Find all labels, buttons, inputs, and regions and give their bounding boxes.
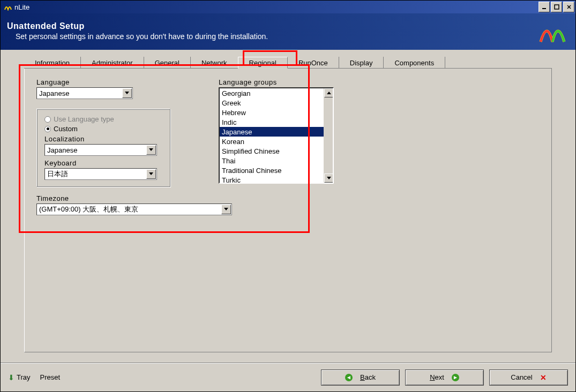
- close-button[interactable]: [563, 2, 574, 12]
- radio-label: Use Language type: [54, 115, 114, 123]
- app-icon: [4, 3, 12, 11]
- list-item[interactable]: Simplified Chinese: [220, 146, 333, 156]
- close-x-icon: ✕: [540, 373, 547, 382]
- tab-runonce[interactable]: RunOnce: [288, 57, 339, 69]
- scroll-down-icon[interactable]: [324, 174, 333, 183]
- keyboard-select[interactable]: 日本語: [44, 168, 157, 180]
- tab-bar: Information Administrator General Networ…: [24, 56, 552, 69]
- keyboard-label: Keyboard: [44, 159, 162, 167]
- dropdown-icon: [146, 169, 156, 179]
- language-groups-list[interactable]: GeorgianGreekHebrewIndicJapaneseKoreanSi…: [219, 87, 334, 184]
- svg-rect-1: [555, 5, 559, 9]
- arrow-right-icon: ►: [452, 374, 459, 381]
- next-button[interactable]: Next ►: [405, 370, 484, 386]
- window-title: nLite: [14, 3, 29, 11]
- app-window: nLite Unattended Setup Set personal sett…: [0, 0, 576, 392]
- tab-network[interactable]: Network: [191, 57, 238, 69]
- svg-rect-0: [542, 8, 546, 9]
- list-item[interactable]: Indic: [220, 117, 333, 127]
- tray-button[interactable]: ⬇ Tray: [8, 373, 31, 382]
- tab-general[interactable]: General: [144, 57, 191, 69]
- content-area: Information Administrator General Networ…: [1, 50, 575, 363]
- tab-panel: Language Japanese Use Language type Cust…: [24, 69, 552, 352]
- tab-components[interactable]: Components: [384, 57, 445, 69]
- list-item[interactable]: Japanese: [220, 127, 333, 137]
- page-header: Unattended Setup Set personal settings i…: [1, 13, 575, 50]
- list-item[interactable]: Thai: [220, 156, 333, 165]
- list-item[interactable]: Korean: [220, 137, 333, 146]
- cancel-button[interactable]: Cancel ✕: [489, 370, 568, 386]
- timezone-label: Timezone: [36, 194, 197, 202]
- minimize-button[interactable]: [538, 2, 550, 12]
- maximize-button[interactable]: [551, 2, 562, 12]
- back-button[interactable]: ◄ Back: [321, 370, 400, 386]
- radio-custom[interactable]: Custom: [44, 125, 162, 133]
- page-subtitle: Set personal settings in advance so you …: [16, 32, 268, 41]
- language-groups-label: Language groups: [219, 78, 334, 86]
- tray-icon: ⬇: [8, 373, 14, 382]
- logo-icon: [536, 18, 569, 44]
- dropdown-icon: [146, 145, 156, 155]
- list-item[interactable]: Greek: [220, 98, 333, 108]
- radio-label: Custom: [54, 125, 78, 133]
- custom-groupbox: Use Language type Custom Localization Ja…: [36, 109, 170, 187]
- localization-select[interactable]: Japanese: [44, 144, 157, 156]
- tab-display[interactable]: Display: [339, 57, 384, 69]
- radio-icon: [44, 116, 51, 123]
- language-select[interactable]: Japanese: [36, 87, 133, 99]
- radio-icon: [44, 126, 51, 132]
- radio-use-language-type[interactable]: Use Language type: [44, 115, 162, 123]
- window-controls: [537, 2, 574, 12]
- list-item[interactable]: Traditional Chinese: [220, 165, 333, 175]
- timezone-value: (GMT+09:00) 大阪、札幌、東京: [39, 205, 138, 214]
- language-label: Language: [36, 78, 197, 86]
- language-value: Japanese: [39, 89, 69, 97]
- list-item[interactable]: Georgian: [220, 88, 333, 98]
- dropdown-icon: [221, 205, 231, 214]
- tab-information[interactable]: Information: [24, 57, 81, 69]
- tab-regional[interactable]: Regional: [238, 57, 288, 69]
- arrow-left-icon: ◄: [345, 374, 353, 381]
- localization-value: Japanese: [47, 146, 77, 154]
- page-title: Unattended Setup: [7, 21, 268, 31]
- timezone-select[interactable]: (GMT+09:00) 大阪、札幌、東京: [36, 203, 232, 215]
- scroll-up-icon[interactable]: [324, 88, 333, 97]
- list-item[interactable]: Turkic: [220, 175, 333, 184]
- dropdown-icon: [122, 88, 132, 98]
- list-item[interactable]: Hebrew: [220, 108, 333, 117]
- preset-button[interactable]: Preset: [40, 373, 61, 381]
- footer: ⬇ Tray Preset ◄ Back Next ► Cancel ✕: [1, 363, 575, 391]
- localization-label: Localization: [44, 135, 162, 143]
- keyboard-value: 日本語: [47, 169, 68, 179]
- titlebar: nLite: [1, 1, 575, 13]
- scrollbar[interactable]: [324, 88, 333, 183]
- tab-administrator[interactable]: Administrator: [81, 57, 144, 69]
